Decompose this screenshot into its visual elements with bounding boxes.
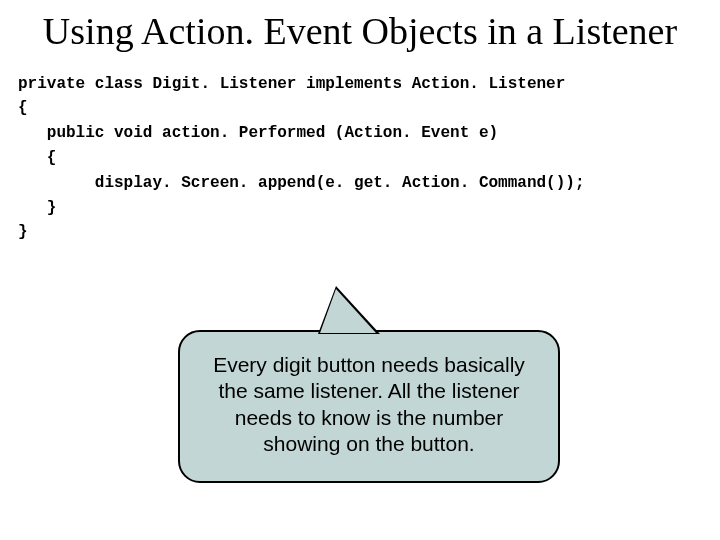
code-line: } [18,199,56,217]
callout: Every digit button needs basically the s… [178,330,560,483]
code-line: public void action. Performed (Action. E… [18,124,498,142]
code-block: private class Digit. Listener implements… [18,72,720,246]
code-line: private class Digit. Listener implements… [18,75,565,93]
callout-text: Every digit button needs basically the s… [178,330,560,483]
code-line: { [18,99,28,117]
code-line: display. Screen. append(e. get. Action. … [18,174,585,192]
code-line: } [18,223,28,241]
code-line: { [18,149,56,167]
slide-title: Using Action. Event Objects in a Listene… [0,0,720,54]
slide: Using Action. Event Objects in a Listene… [0,0,720,540]
